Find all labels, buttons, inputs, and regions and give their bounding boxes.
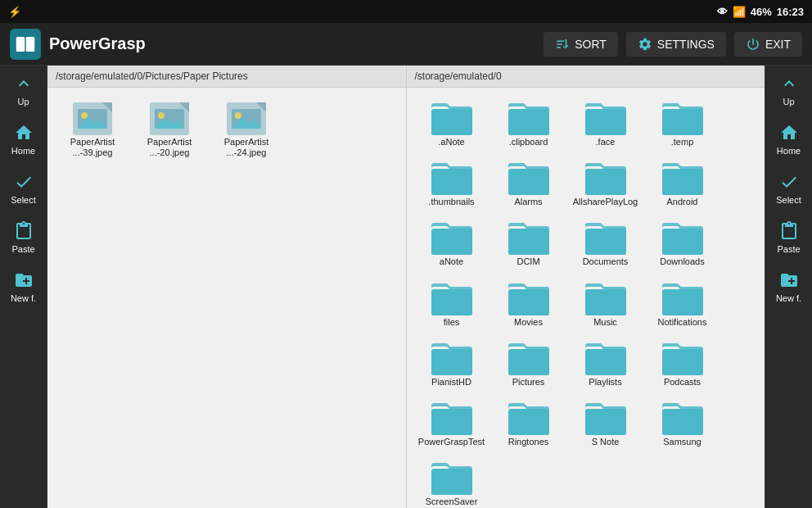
svg-rect-58 — [431, 411, 472, 435]
right-home-button[interactable]: Home — [765, 115, 812, 164]
folder-item[interactable]: DCIM — [492, 215, 566, 272]
status-left: ⚡ — [8, 6, 21, 18]
svg-rect-34 — [431, 231, 472, 255]
svg-rect-40 — [662, 231, 703, 255]
left-paste-button[interactable]: Paste — [0, 213, 47, 262]
battery-level: 46% — [751, 6, 772, 18]
svg-point-10 — [158, 112, 165, 119]
right-panel-content: .aNote .clipboard .face .temp .thumbnail… — [407, 88, 765, 508]
file-item[interactable]: PaperArtist ...-24.jpeg — [210, 96, 283, 163]
left-home-button[interactable]: Home — [0, 115, 47, 164]
svg-rect-20 — [508, 111, 549, 135]
right-new-folder-button[interactable]: New f. — [765, 262, 812, 311]
svg-rect-52 — [508, 352, 549, 375]
wifi-icon: 📶 — [733, 6, 746, 18]
file-item[interactable]: PaperArtist ...-39.jpeg — [56, 96, 129, 163]
folder-item[interactable]: Android — [646, 156, 720, 212]
svg-point-15 — [235, 112, 241, 119]
folder-item[interactable]: ScreenSaver — [415, 456, 489, 508]
folder-item[interactable]: .thumbnails — [415, 156, 489, 212]
left-sidebar: Up Home Select Paste New f. — [0, 66, 47, 508]
status-bar: ⚡ 👁 📶 46% 16:23 — [0, 0, 812, 23]
right-panel: /storage/emulated/0 .aNote .clipboard .f… — [407, 66, 765, 508]
right-paste-button[interactable]: Paste — [765, 213, 812, 262]
folder-item[interactable]: Podcasts — [646, 336, 720, 392]
folder-item[interactable]: .face — [569, 96, 643, 152]
folder-item[interactable]: PowerGraspTest — [415, 396, 489, 452]
svg-rect-38 — [585, 231, 626, 255]
app-title: PowerGrasp — [49, 34, 535, 53]
folder-item[interactable]: Documents — [569, 215, 643, 272]
svg-rect-1 — [26, 37, 35, 52]
exit-label: EXIT — [765, 38, 791, 51]
svg-rect-54 — [585, 352, 626, 375]
folder-item[interactable]: .aNote — [415, 96, 489, 152]
svg-rect-56 — [662, 352, 703, 375]
time-display: 16:23 — [777, 6, 804, 18]
toolbar: PowerGrasp SORT SETTINGS EXIT — [0, 23, 812, 66]
left-new-folder-button[interactable]: New f. — [0, 262, 47, 311]
folder-item[interactable]: PianistHD — [415, 336, 489, 392]
svg-rect-66 — [431, 471, 472, 495]
left-panel-path: /storage/emulated/0/Pictures/Paper Pictu… — [47, 66, 406, 88]
sort-button[interactable]: SORT — [544, 32, 618, 57]
right-up-button[interactable]: Up — [765, 66, 812, 115]
settings-button[interactable]: SETTINGS — [626, 32, 726, 57]
folder-item[interactable]: Samsung — [646, 396, 720, 452]
eye-icon: 👁 — [717, 6, 728, 18]
right-panel-path: /storage/emulated/0 — [407, 66, 765, 88]
file-panels: /storage/emulated/0/Pictures/Paper Pictu… — [47, 66, 765, 508]
folder-item[interactable]: Ringtones — [492, 396, 566, 452]
right-sidebar: Up Home Select Paste New f. — [765, 66, 812, 508]
svg-rect-48 — [662, 292, 703, 315]
folder-item[interactable]: Playlists — [569, 336, 643, 392]
folder-item[interactable]: S Note — [569, 396, 643, 452]
svg-rect-18 — [431, 111, 472, 135]
svg-rect-24 — [662, 111, 703, 135]
folder-item[interactable]: .temp — [646, 96, 720, 152]
usb-icon: ⚡ — [8, 6, 21, 18]
folder-item[interactable]: Alarms — [492, 156, 566, 212]
svg-rect-60 — [508, 411, 549, 435]
right-select-button[interactable]: Select — [765, 164, 812, 213]
left-panel: /storage/emulated/0/Pictures/Paper Pictu… — [47, 66, 407, 508]
svg-rect-28 — [508, 171, 549, 195]
svg-rect-30 — [585, 171, 626, 195]
folder-item[interactable]: Music — [569, 276, 643, 333]
left-panel-content: PaperArtist ...-39.jpeg PaperArtist ...-… — [47, 88, 406, 508]
svg-rect-62 — [585, 411, 626, 435]
folder-item[interactable]: aNote — [415, 215, 489, 272]
folder-item[interactable]: Pictures — [492, 336, 566, 392]
folder-item[interactable]: Notifications — [646, 276, 720, 333]
svg-rect-36 — [508, 231, 549, 255]
folder-item[interactable]: Downloads — [646, 215, 720, 272]
svg-rect-26 — [431, 171, 472, 195]
svg-rect-22 — [585, 111, 626, 135]
folder-item[interactable]: AllsharePlayLog — [569, 156, 643, 212]
folder-item[interactable]: Movies — [492, 276, 566, 333]
svg-rect-0 — [16, 37, 25, 52]
svg-rect-50 — [431, 352, 472, 375]
folder-item[interactable]: .clipboard — [492, 96, 566, 152]
svg-rect-44 — [508, 292, 549, 315]
svg-rect-32 — [662, 171, 703, 195]
left-up-button[interactable]: Up — [0, 66, 47, 115]
svg-rect-46 — [585, 292, 626, 315]
left-select-button[interactable]: Select — [0, 164, 47, 213]
folder-item[interactable]: files — [415, 276, 489, 333]
exit-button[interactable]: EXIT — [734, 32, 802, 57]
svg-rect-64 — [662, 411, 703, 435]
status-right: 👁 📶 46% 16:23 — [717, 6, 804, 18]
main-area: Up Home Select Paste New f. /storage/emu… — [0, 66, 812, 508]
settings-label: SETTINGS — [657, 38, 715, 51]
file-item[interactable]: PaperArtist ...-20.jpeg — [133, 96, 206, 163]
app-logo — [10, 29, 41, 60]
svg-point-5 — [81, 112, 88, 119]
svg-rect-42 — [431, 292, 472, 315]
sort-label: SORT — [575, 38, 607, 51]
